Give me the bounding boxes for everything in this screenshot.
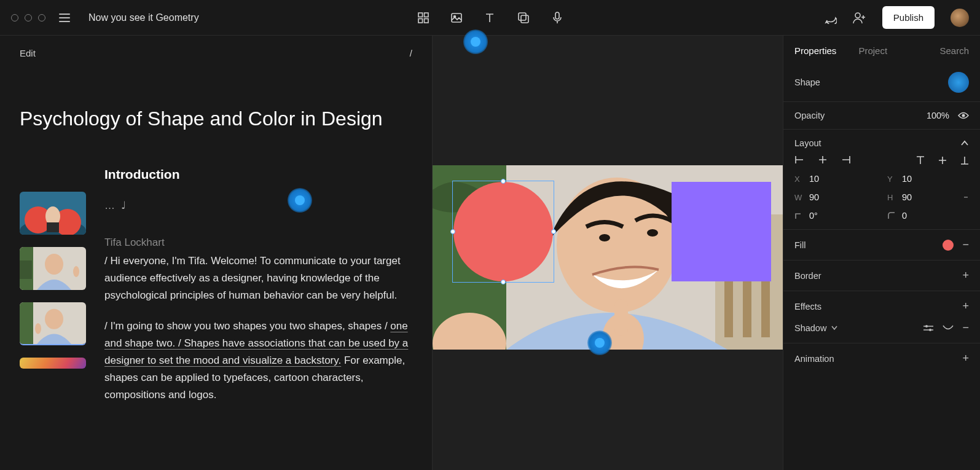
video-thumbnail[interactable] [20, 247, 86, 290]
shape-type-swatch[interactable] [948, 72, 969, 93]
slash-label: / [410, 48, 412, 58]
edit-label[interactable]: Edit [20, 48, 36, 58]
align-vcenter-icon[interactable] [938, 155, 947, 165]
svg-rect-22 [20, 302, 33, 344]
shadow-label[interactable]: Shadow [794, 323, 826, 333]
settings-sliders-icon[interactable] [923, 324, 934, 332]
window-dot[interactable] [11, 14, 18, 22]
sticker-tool-icon[interactable] [517, 11, 530, 25]
corner-radius-icon [887, 211, 896, 220]
remove-fill-icon[interactable]: − [962, 238, 969, 251]
align-hcenter-icon[interactable] [818, 155, 828, 164]
selection-handle[interactable] [501, 179, 506, 184]
svg-rect-6 [519, 13, 526, 20]
svg-rect-4 [452, 14, 461, 22]
video-thumbnail[interactable] [20, 192, 86, 235]
chevron-up-icon[interactable] [960, 140, 969, 146]
document-title-input[interactable] [88, 12, 285, 23]
shape-label: Shape [794, 77, 820, 87]
x-label: X [794, 174, 803, 184]
cursor-marker-icon [463, 29, 488, 54]
h-label: H [887, 193, 896, 202]
properties-panel: Properties Project Search Shape Opacity … [783, 36, 980, 470]
text-tool-icon[interactable] [484, 12, 496, 24]
svg-point-24 [35, 323, 41, 334]
align-top-icon[interactable] [916, 155, 925, 165]
svg-point-38 [929, 329, 931, 331]
h-value[interactable]: 90 [902, 192, 912, 202]
selection-handle[interactable] [501, 280, 506, 284]
add-border-icon[interactable]: + [962, 269, 969, 282]
opacity-label: Opacity [794, 111, 825, 120]
svg-rect-19 [20, 260, 32, 279]
editor-pane[interactable]: Edit / Psychology of Shape and Color in … [0, 36, 433, 470]
image-tool-icon[interactable] [450, 12, 463, 24]
music-note-icon: ♩ [121, 199, 126, 212]
svg-rect-34 [614, 299, 628, 336]
section-heading: Introduction [104, 167, 412, 182]
chevron-down-icon[interactable] [831, 326, 837, 331]
svg-rect-2 [418, 18, 423, 23]
selection-handle[interactable] [551, 229, 556, 234]
tab-project[interactable]: Project [858, 45, 887, 56]
selection-box[interactable] [452, 181, 554, 283]
svg-point-32 [647, 229, 658, 237]
align-left-icon[interactable] [794, 155, 804, 164]
hamburger-menu-icon[interactable] [59, 14, 70, 22]
add-person-icon[interactable] [853, 12, 866, 24]
comment-icon[interactable] [825, 12, 837, 24]
mic-tool-icon[interactable] [551, 11, 563, 25]
opacity-value[interactable]: 100% [927, 111, 949, 120]
window-dot[interactable] [38, 14, 45, 22]
user-avatar[interactable] [951, 9, 969, 27]
svg-rect-7 [521, 15, 528, 23]
rotation-icon [794, 211, 803, 220]
transcript-text: / I'm going to show you two shapes you t… [104, 320, 390, 332]
video-thumbnail[interactable] [20, 358, 86, 369]
speaker-name: Tifa Lockhart [104, 237, 412, 249]
animation-label: Animation [794, 354, 834, 364]
w-label: W [794, 193, 803, 202]
ellipsis: … [104, 200, 115, 212]
fill-label: Fill [794, 240, 806, 250]
align-bottom-icon[interactable] [960, 155, 969, 165]
window-dots [11, 14, 45, 22]
publish-button[interactable]: Publish [882, 6, 935, 29]
video-thumbnail[interactable] [20, 302, 86, 345]
svg-rect-1 [424, 13, 428, 17]
svg-point-18 [45, 254, 63, 275]
svg-point-23 [45, 309, 63, 329]
svg-rect-3 [424, 18, 428, 23]
selection-handle[interactable] [450, 229, 455, 234]
visibility-icon[interactable] [958, 111, 969, 120]
page-title: Psychology of Shape and Color in Design [20, 108, 412, 130]
canvas-pane[interactable] [433, 36, 783, 470]
svg-rect-0 [418, 13, 423, 17]
cursor-marker-icon [288, 188, 312, 213]
svg-point-31 [599, 234, 610, 241]
remove-shadow-icon[interactable]: − [962, 321, 969, 334]
transcript-paragraph[interactable]: / Hi everyone, I'm Tifa. Welcome! To com… [104, 253, 412, 304]
link-icon[interactable] [960, 194, 971, 201]
layout-label: Layout [794, 138, 821, 148]
visibility-off-icon[interactable] [943, 325, 954, 331]
grid-tool-icon[interactable] [417, 12, 429, 24]
transcript-paragraph[interactable]: / I'm going to show you two shapes you t… [104, 318, 412, 404]
window-dot[interactable] [25, 14, 32, 22]
rect-shape[interactable] [672, 182, 771, 281]
corner-radius-value[interactable]: 0 [902, 211, 907, 221]
add-effect-icon[interactable]: + [962, 300, 969, 313]
align-right-icon[interactable] [841, 155, 851, 164]
y-label: Y [887, 174, 896, 184]
tab-properties[interactable]: Properties [794, 45, 836, 56]
effects-label: Effects [794, 302, 821, 311]
x-value[interactable]: 10 [809, 174, 819, 184]
add-animation-icon[interactable]: + [962, 352, 969, 365]
w-value[interactable]: 90 [809, 192, 819, 202]
rotation-value[interactable]: 0° [809, 211, 818, 221]
svg-rect-8 [555, 12, 559, 19]
fill-color-swatch[interactable] [943, 240, 954, 251]
tab-search[interactable]: Search [939, 45, 969, 56]
y-value[interactable]: 10 [902, 174, 912, 184]
svg-point-37 [925, 325, 928, 327]
